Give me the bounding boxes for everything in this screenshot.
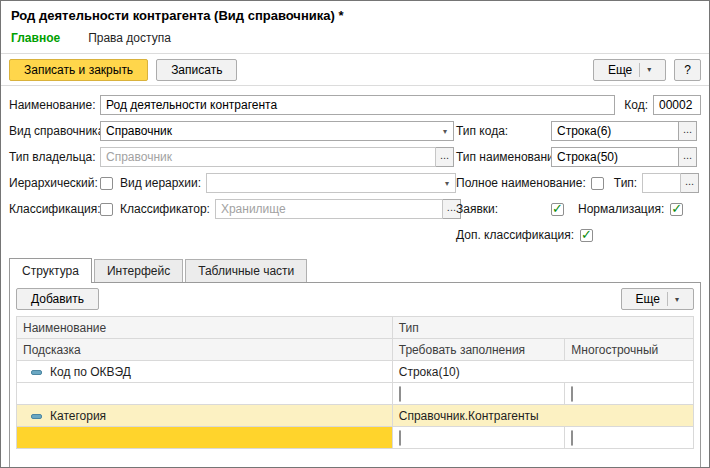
table-more-button[interactable]: Еще ▾ [621, 288, 694, 310]
multiline-checkbox[interactable] [571, 430, 573, 446]
kind-combo[interactable]: ▾ [100, 121, 454, 141]
hierarchy-kind-label: Вид иерархии: [120, 176, 201, 190]
require-fill-checkbox[interactable] [399, 386, 401, 402]
column-header-hint: Подсказка [17, 339, 393, 361]
ellipsis-button[interactable]: ... [681, 173, 699, 193]
chevron-down-icon: ▾ [639, 63, 651, 77]
code-input[interactable] [653, 95, 701, 115]
kind-input[interactable] [100, 121, 454, 141]
table-subrow[interactable] [17, 383, 694, 405]
code-type-label: Тип кода: [456, 124, 551, 138]
row-kind-right: Тип кода: ... [456, 121, 699, 141]
form-fields: Наименование: Код: Вид справочника: ▾ Ти… [1, 86, 709, 250]
multiline-checkbox[interactable] [571, 386, 573, 402]
row-extra-right: Доп. классификация: [456, 228, 699, 242]
attribute-name-cell[interactable]: Категория [17, 405, 393, 427]
type-label: Тип: [614, 176, 637, 190]
row-classification-right: Заявки: Нормализация: [456, 202, 699, 216]
require-fill-cell[interactable] [392, 427, 565, 449]
row-owner-type: Тип владельца: ... Тип наименования: ... [1, 144, 709, 170]
extra-classification-label: Доп. классификация: [456, 228, 574, 242]
table-row[interactable]: Код по ОКВЭД Строка(10) [17, 361, 694, 383]
command-bar: Записать и закрыть Записать Еще ▾ ? [1, 53, 709, 86]
chevron-down-icon: ▾ [667, 292, 679, 306]
requests-checkbox[interactable] [551, 203, 564, 216]
help-button[interactable]: ? [674, 59, 701, 81]
column-header-name: Наименование [17, 317, 393, 339]
more-button-label: Еще [608, 63, 632, 77]
requests-label: Заявки: [456, 202, 551, 216]
classifier-input[interactable] [215, 199, 443, 219]
chevron-down-icon[interactable]: ▾ [439, 174, 455, 192]
kind-label: Вид справочника: [9, 124, 94, 138]
structure-panel: Добавить Еще ▾ Наименование Тип Подсказк… [9, 282, 701, 468]
table-command-bar: Добавить Еще ▾ [10, 283, 700, 314]
hierarchical-label: Иерархический: [9, 176, 94, 190]
name-input[interactable] [100, 95, 615, 115]
save-button[interactable]: Записать [156, 59, 237, 81]
row-hierarchical: Иерархический: Вид иерархии: ▾ Полное на… [1, 170, 709, 196]
header-row-1: Наименование Тип [17, 317, 694, 339]
form-window: Род деятельности контрагента (Вид справо… [0, 0, 710, 468]
attribute-name: Категория [50, 409, 106, 423]
attribute-hint-cell[interactable] [17, 383, 393, 405]
full-name-checkbox[interactable] [591, 177, 604, 190]
extra-classification-checkbox[interactable] [580, 229, 593, 242]
tab-interface[interactable]: Интерфейс [94, 259, 183, 282]
tab-structure[interactable]: Структура [9, 258, 92, 283]
table-subrow-selected[interactable] [17, 427, 694, 449]
more-button[interactable]: Еще ▾ [593, 59, 666, 81]
row-classification: Классификация: Классификатор: ... Заявки… [1, 196, 709, 222]
attribute-name-cell[interactable]: Код по ОКВЭД [17, 361, 393, 383]
tab-strip: Структура Интерфейс Табличные части [1, 258, 709, 282]
multiline-cell[interactable] [565, 383, 694, 405]
nav-item-main[interactable]: Главное [11, 31, 60, 45]
table-row-selected[interactable]: Категория Справочник.Контрагенты [17, 405, 694, 427]
ellipsis-button[interactable]: ... [679, 121, 697, 141]
classification-checkbox[interactable] [100, 203, 113, 216]
owner-type-label: Тип владельца: [9, 150, 94, 164]
multiline-cell[interactable] [565, 427, 694, 449]
code-label: Код: [624, 98, 648, 112]
normalization-label: Нормализация: [578, 202, 664, 216]
full-name-label: Полное наименование: [456, 176, 586, 190]
attribute-icon [31, 411, 42, 421]
row-owner-right: Тип наименования: ... [456, 147, 699, 167]
page-title: Род деятельности контрагента (Вид справо… [1, 1, 709, 25]
attribute-icon [31, 367, 42, 377]
normalization-checkbox[interactable] [670, 203, 683, 216]
save-and-close-button[interactable]: Записать и закрыть [9, 59, 148, 81]
hierarchy-kind-input[interactable] [206, 173, 456, 193]
header-row-2: Подсказка Требовать заполнения Многостро… [17, 339, 694, 361]
require-fill-checkbox[interactable] [399, 430, 401, 446]
hierarchy-kind-combo[interactable]: ▾ [206, 173, 456, 193]
classifier-label: Классификатор: [120, 202, 210, 216]
nav-bar: Главное Права доступа [1, 25, 709, 53]
name-type-label: Тип наименования: [456, 150, 551, 164]
name-label: Наименование: [9, 98, 94, 112]
chevron-down-icon[interactable]: ▾ [437, 122, 453, 140]
attribute-type-cell[interactable]: Строка(10) [392, 361, 693, 383]
column-header-require: Требовать заполнения [392, 339, 565, 361]
tab-tabular-parts[interactable]: Табличные части [185, 259, 307, 282]
name-type-input[interactable] [551, 147, 679, 167]
row-extra-classification: Доп. классификация: [1, 222, 709, 248]
attributes-table: Наименование Тип Подсказка Требовать зап… [16, 316, 694, 449]
ellipsis-button[interactable]: ... [679, 147, 697, 167]
owner-type-input[interactable] [100, 147, 436, 167]
attribute-type-cell[interactable]: Справочник.Контрагенты [392, 405, 693, 427]
add-button[interactable]: Добавить [16, 288, 99, 310]
column-header-type: Тип [392, 317, 693, 339]
type-input[interactable] [642, 173, 681, 193]
require-fill-cell[interactable] [392, 383, 565, 405]
ellipsis-button[interactable]: ... [436, 147, 454, 167]
row-name: Наименование: Код: [1, 92, 709, 118]
nav-item-access-rights[interactable]: Права доступа [88, 31, 171, 45]
active-hint-cell[interactable] [17, 427, 393, 449]
row-hierarchical-right: Полное наименование: Тип: ... [456, 173, 699, 193]
code-type-input[interactable] [551, 121, 679, 141]
row-kind: Вид справочника: ▾ Тип кода: ... [1, 118, 709, 144]
hierarchical-checkbox[interactable] [100, 177, 113, 190]
classification-label: Классификация: [9, 202, 94, 216]
table-more-label: Еще [636, 292, 660, 306]
